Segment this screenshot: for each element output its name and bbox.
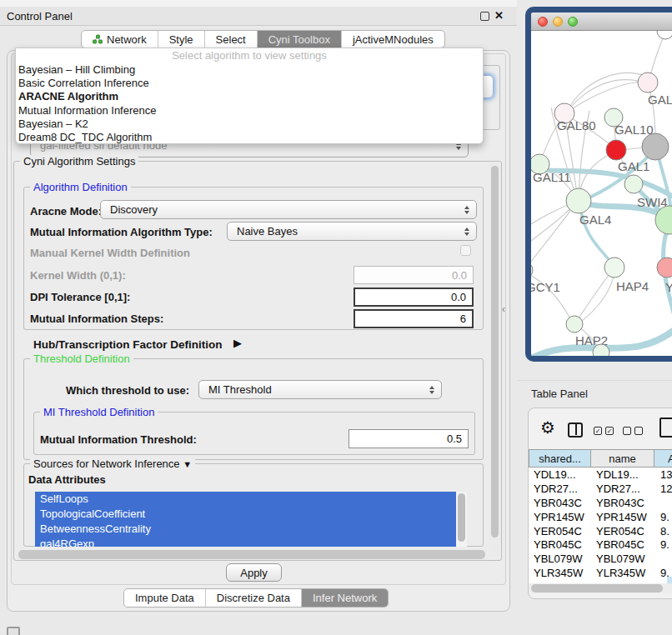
attribute-item[interactable]: BetweennessCentrality xyxy=(35,522,456,537)
kernel-width-field[interactable]: 0.0 xyxy=(354,266,474,284)
tab-network[interactable]: Network xyxy=(82,31,158,48)
aracne-mode-value: Discovery xyxy=(110,203,158,216)
network-node[interactable] xyxy=(566,188,591,213)
algorithm-popup-placeholder: Select algorithm to view settings xyxy=(16,48,483,63)
network-canvas[interactable]: GALGAL80GAL10GAL1GAL11SWI4GAL4GCY1HAP4YH… xyxy=(531,31,672,356)
checked-checkbox-icon[interactable]: ✓ xyxy=(594,427,602,435)
tab-jactivemnodules-label: jActiveMNodules xyxy=(353,33,434,46)
column-header-third[interactable]: A xyxy=(654,449,672,468)
minimize-window-icon[interactable] xyxy=(553,17,563,27)
mi-algorithm-type-combo[interactable]: Naive Bayes xyxy=(227,222,477,241)
network-node-label: HAP4 xyxy=(616,279,649,293)
close-panel-icon[interactable]: ✕ xyxy=(494,9,504,22)
algorithm-option-selected[interactable]: ARACNE Algorithm xyxy=(16,90,483,103)
cell-shared-name: YBL079W xyxy=(529,552,591,565)
tab-discretize-data-label: Discretize Data xyxy=(217,592,290,604)
cell-name: YBR045C xyxy=(591,538,654,551)
attribute-item[interactable]: gal4RGexp xyxy=(35,537,456,547)
cyni-algorithm-settings-title: Cyni Algorithm Settings xyxy=(20,155,138,168)
unchecked-checkbox-icon[interactable] xyxy=(634,427,643,435)
manual-kernel-width-checkbox[interactable] xyxy=(460,245,471,256)
aracne-mode-label: Aracne Mode: xyxy=(30,205,102,218)
network-node[interactable] xyxy=(566,316,583,332)
combo-arrows-icon xyxy=(464,206,469,214)
network-node[interactable] xyxy=(606,140,626,160)
cell-name: YLR345W xyxy=(591,567,654,579)
mi-steps-field[interactable]: 6 xyxy=(354,309,474,328)
table-row[interactable]: YBL079WYBL079W xyxy=(529,552,672,566)
combo-arrows-icon xyxy=(464,228,469,236)
algorithm-option[interactable]: Basic Correlation Inference xyxy=(16,77,483,90)
network-node[interactable] xyxy=(657,258,672,278)
tab-select[interactable]: Select xyxy=(205,31,258,48)
settings-vscroll-thumb[interactable] xyxy=(491,166,499,538)
table-hscroll-thumb[interactable] xyxy=(531,584,663,592)
aracne-mode-combo[interactable]: Discovery xyxy=(100,200,477,219)
splitter-collapse-icon[interactable]: ‹ xyxy=(502,303,505,315)
algorithm-option[interactable]: Bayesian – K2 xyxy=(16,118,483,131)
panel-grip-icon[interactable] xyxy=(7,627,20,635)
column-header-shared-name[interactable]: shared... xyxy=(529,449,591,468)
table-row[interactable]: YLR345WYLR345W9. xyxy=(529,566,672,580)
network-nodes-layer: GALGAL80GAL10GAL1GAL11SWI4GAL4GCY1HAP4YH… xyxy=(531,31,672,356)
tab-jactivemnodules[interactable]: jActiveMNodules xyxy=(342,31,444,48)
attributes-vscroll-thumb[interactable] xyxy=(458,493,465,542)
split-columns-icon[interactable] xyxy=(568,422,583,438)
table-row[interactable]: YER054CYER054C8. xyxy=(529,524,672,538)
mi-threshold-field[interactable]: 0.5 xyxy=(349,429,469,448)
algorithm-option[interactable]: Dream8 DC_TDC Algorithm xyxy=(16,131,483,144)
unchecked-checkbox-icon[interactable] xyxy=(623,427,631,435)
table-row[interactable]: YDL19...YDL19...13 xyxy=(529,468,672,482)
network-node[interactable] xyxy=(642,133,669,160)
dpi-tolerance-value: 0.0 xyxy=(451,291,466,303)
new-table-icon[interactable] xyxy=(659,418,672,438)
close-window-icon[interactable] xyxy=(538,17,548,27)
tab-style[interactable]: Style xyxy=(158,31,205,48)
algorithm-definition-title: Algorithm Definition xyxy=(30,181,131,193)
hub-expander-label[interactable]: Hub/Transcription Factor Definition xyxy=(33,338,223,351)
algorithm-option[interactable]: Mutual Information Inference xyxy=(16,104,483,118)
network-node-label: GAL10 xyxy=(614,122,654,137)
column-header-name-label: name xyxy=(609,452,636,465)
algorithm-option[interactable]: Bayesian – Hill Climbing xyxy=(16,63,483,77)
table-row[interactable]: YPR145WYPR145W9. xyxy=(529,510,672,524)
table-row[interactable]: YBR045CYBR045C9. xyxy=(529,538,672,552)
mi-steps-value: 6 xyxy=(460,312,466,325)
tab-impute-data[interactable]: Impute Data xyxy=(124,589,206,607)
mi-threshold-value: 0.5 xyxy=(447,432,462,445)
float-panel-icon[interactable] xyxy=(480,12,489,21)
expander-right-icon[interactable]: ▶ xyxy=(233,337,242,349)
collapse-triangle-icon[interactable]: ▼ xyxy=(183,459,192,469)
table-row[interactable]: YDR27...YDR27...12 xyxy=(529,482,672,496)
settings-hscroll-thumb[interactable] xyxy=(18,550,485,559)
network-node[interactable] xyxy=(657,31,672,39)
dpi-tolerance-field[interactable]: 0.0 xyxy=(354,288,474,307)
attribute-item[interactable]: TopologicalCoefficient xyxy=(35,507,456,522)
zoom-window-icon[interactable] xyxy=(568,17,578,27)
cell-shared-name: YBR045C xyxy=(529,538,591,551)
column-header-third-label: A xyxy=(668,452,672,465)
attribute-item[interactable]: SelfLoops xyxy=(35,492,456,507)
network-node[interactable] xyxy=(638,72,658,92)
checked-checkbox-icon[interactable]: ✓ xyxy=(605,427,614,435)
tab-style-label: Style xyxy=(169,33,193,46)
tab-discretize-data[interactable]: Discretize Data xyxy=(206,589,302,607)
tab-infer-network[interactable]: Infer Network xyxy=(302,589,388,607)
column-header-name[interactable]: name xyxy=(590,449,654,468)
table-row[interactable]: YBR043CYBR043C xyxy=(529,496,672,510)
network-node-label: GAL11 xyxy=(533,170,571,184)
mi-threshold-group-title: MI Threshold Definition xyxy=(40,406,158,418)
apply-button[interactable]: Apply xyxy=(226,563,282,582)
tab-cyni-toolbox[interactable]: Cyni Toolbox xyxy=(258,31,342,48)
cell-shared-name: YER054C xyxy=(529,525,591,538)
apply-button-label: Apply xyxy=(240,567,268,579)
which-threshold-combo[interactable]: MI Threshold xyxy=(198,380,442,399)
tab-impute-data-label: Impute Data xyxy=(135,592,194,604)
kernel-width-value: 0.0 xyxy=(452,269,467,282)
network-node[interactable] xyxy=(604,258,624,278)
network-tab-icon xyxy=(93,34,103,44)
network-window-titlebar[interactable] xyxy=(531,12,672,31)
gear-icon[interactable]: ⚙ xyxy=(540,418,555,438)
network-node[interactable] xyxy=(624,175,643,193)
table-panel-divider xyxy=(517,380,672,381)
